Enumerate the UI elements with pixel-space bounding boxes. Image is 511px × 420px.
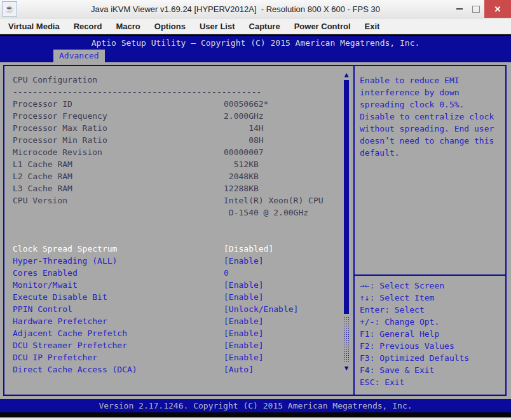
- bios-main-area: CPU Configuration ----------------------…: [0, 62, 511, 399]
- hotkey-select-screen: →←: Select Screen: [360, 280, 469, 292]
- setting-value: 0: [224, 268, 229, 278]
- setting-label: Processor ID: [13, 98, 224, 110]
- setting-label: L3 Cache RAM: [13, 182, 224, 194]
- menu-item-capture[interactable]: Capture: [242, 22, 287, 31]
- scrollbar-thumb[interactable]: [344, 80, 349, 314]
- bios-title-bar: Aptio Setup Utility – Copyright (C) 2015…: [0, 36, 511, 50]
- hotkey-exit: ESC: Exit: [360, 376, 469, 388]
- hotkey-optimized-defaults: F3: Optimized Defaults: [360, 352, 469, 364]
- bios-tab-bar: Advanced: [0, 50, 511, 62]
- java-app-icon[interactable]: ☕: [2, 1, 17, 17]
- setting-value: 14H: [224, 123, 264, 133]
- setting-value: [Enable]: [224, 292, 264, 302]
- scrollbar-track[interactable]: [344, 316, 349, 362]
- bios-info-rows: Processor ID00050662*Processor Frequency…: [13, 98, 343, 219]
- help-text: Enable to reduce EMIinterference by down…: [355, 66, 505, 159]
- hotkey-previous-values: F2: Previous Values: [360, 340, 469, 352]
- bios-row-l2-cache-ram: L2 Cache RAM 2048KB: [13, 170, 343, 182]
- menu-item-options[interactable]: Options: [147, 22, 193, 31]
- setting-value: Intel(R) Xeon(R) CPU: [224, 196, 324, 205]
- window-title: Java iKVM Viewer v1.69.24 [HYPERV2012A] …: [20, 4, 451, 14]
- menu-item-virtual-media[interactable]: Virtual Media: [1, 22, 67, 31]
- minimize-icon: [456, 8, 463, 10]
- screen-bottom-strip: [0, 412, 511, 417]
- bios-footer-bar: Version 2.17.1246. Copyright (C) 2015 Am…: [0, 399, 511, 412]
- window-controls: ✕: [451, 0, 511, 18]
- setting-label: Processor Min Ratio: [13, 134, 224, 146]
- setting-value: [Enable]: [224, 353, 264, 362]
- maximize-icon: [472, 6, 480, 13]
- bios-row-l1-cache-ram: L1 Cache RAM 512KB: [13, 158, 343, 170]
- setting-label: Microcode Revision: [13, 146, 224, 158]
- setting-label: Adjacent Cache Prefetch: [13, 327, 224, 339]
- bios-row-hyper-threading-all[interactable]: Hyper-Threading (ALL)[Enable]: [13, 255, 343, 267]
- help-line: Disable to centralize clock: [360, 111, 503, 123]
- help-line: spreading clock 0.5%.: [360, 98, 503, 111]
- help-line: doesn’t need to change this: [360, 135, 503, 147]
- help-line: default.: [360, 147, 503, 159]
- coffee-cup-icon: ☕: [5, 5, 15, 13]
- bios-row-execute-disable-bit[interactable]: Execute Disable Bit[Enable]: [13, 291, 343, 303]
- bios-row-ppin-control[interactable]: PPIN Control[Unlock/Enable]: [13, 303, 343, 315]
- setting-value: 12288KB: [224, 184, 259, 193]
- help-hotkey-divider: [355, 274, 505, 276]
- hotkey-legend: →←: Select Screen↑↓: Select ItemEnter: S…: [360, 280, 469, 388]
- bios-row-direct-cache-access-dca[interactable]: Direct Cache Access (DCA)[Auto]: [13, 363, 343, 376]
- setting-value: 512KB: [224, 159, 259, 169]
- setting-value: 08H: [224, 135, 264, 145]
- help-line: interference by down: [360, 86, 503, 98]
- minimize-button[interactable]: [451, 0, 468, 18]
- setting-label: L1 Cache RAM: [13, 158, 224, 170]
- setting-label: L2 Cache RAM: [13, 170, 224, 182]
- bios-row-hardware-prefetcher[interactable]: Hardware Prefetcher[Enable]: [13, 315, 343, 327]
- bios-row-cpu-version: CPU VersionIntel(R) Xeon(R) CPU: [13, 194, 343, 207]
- help-line: without spreading. End user: [360, 123, 503, 135]
- scroll-up-icon[interactable]: ▲: [343, 71, 350, 79]
- setting-label: Processor Max Ratio: [13, 122, 224, 134]
- setting-value: [Enable]: [224, 280, 264, 290]
- maximize-button[interactable]: [468, 0, 484, 18]
- setting-value: [Enable]: [224, 316, 264, 326]
- bios-row-dcu-streamer-prefetcher[interactable]: DCU Streamer Prefetcher[Enable]: [13, 339, 343, 351]
- bios-row-monitor-mwait[interactable]: Monitor/Mwait[Enable]: [13, 279, 343, 291]
- setting-label: Hardware Prefetcher: [13, 315, 224, 327]
- setting-label: CPU Version: [13, 194, 224, 207]
- menu-item-user-list[interactable]: User List: [193, 22, 242, 31]
- setting-label: Cores Enabled: [13, 267, 224, 279]
- bios-row-l3-cache-ram: L3 Cache RAM12288KB: [13, 182, 343, 194]
- setting-label: Hyper-Threading (ALL): [13, 255, 224, 267]
- setting-label: DCU IP Prefetcher: [13, 351, 224, 363]
- bios-right-panel: Enable to reduce EMIinterference by down…: [355, 66, 505, 395]
- tab-advanced[interactable]: Advanced: [53, 50, 105, 62]
- hotkey-select: Enter: Select: [360, 304, 469, 316]
- close-button[interactable]: ✕: [484, 0, 511, 18]
- menu-item-power-control[interactable]: Power Control: [287, 22, 358, 31]
- menu-item-exit[interactable]: Exit: [358, 22, 387, 31]
- setting-label: PPIN Control: [13, 303, 224, 315]
- scroll-down-icon[interactable]: ▼: [343, 365, 350, 372]
- help-line: Enable to reduce EMI: [360, 74, 503, 86]
- setting-value: [Enable]: [224, 341, 264, 350]
- menu-bar: Virtual MediaRecordMacroOptionsUser List…: [0, 18, 511, 34]
- setting-value: D-1540 @ 2.00GHz: [224, 208, 308, 217]
- bios-row-dcu-ip-prefetcher[interactable]: DCU IP Prefetcher[Enable]: [13, 351, 343, 363]
- setting-label: DCU Streamer Prefetcher: [13, 339, 224, 351]
- scrollbar: ▲ ▼: [343, 71, 350, 377]
- bios-frame: CPU Configuration ----------------------…: [3, 65, 507, 396]
- section-title: CPU Configuration: [13, 74, 343, 86]
- setting-value: [Disabled]: [224, 244, 273, 254]
- bios-row-cores-enabled[interactable]: Cores Enabled0: [13, 267, 343, 279]
- bios-row-adjacent-cache-prefetch[interactable]: Adjacent Cache Prefetch[Enable]: [13, 327, 343, 339]
- menu-item-macro[interactable]: Macro: [109, 22, 147, 31]
- hotkey-select-item: ↑↓: Select Item: [360, 292, 469, 304]
- bios-row-blank: D-1540 @ 2.00GHz: [13, 207, 343, 219]
- menu-item-record[interactable]: Record: [67, 22, 109, 31]
- setting-value: [Unlock/Enable]: [224, 304, 298, 314]
- close-icon: ✕: [494, 4, 501, 14]
- bios-item-list: CPU Configuration ----------------------…: [13, 74, 343, 376]
- bios-row-clock-spread-spectrum[interactable]: Clock Spread Spectrum[Disabled]: [13, 243, 343, 255]
- window-titlebar: ☕ Java iKVM Viewer v1.69.24 [HYPERV2012A…: [0, 0, 511, 18]
- setting-label: Execute Disable Bit: [13, 291, 224, 303]
- bios-row-processor-id: Processor ID00050662*: [13, 98, 343, 110]
- setting-label: Monitor/Mwait: [13, 279, 224, 291]
